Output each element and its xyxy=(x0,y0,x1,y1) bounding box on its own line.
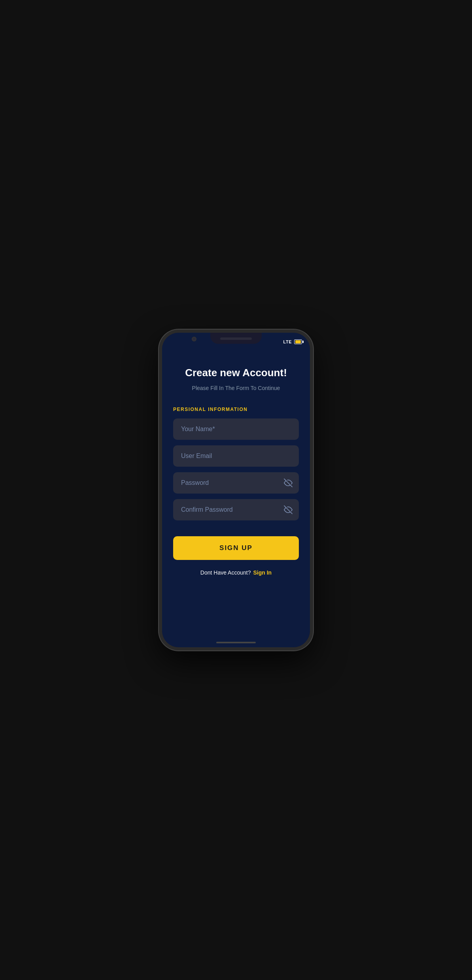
signup-button[interactable]: SIGN UP xyxy=(173,536,299,560)
email-input[interactable] xyxy=(173,445,299,467)
battery-fill xyxy=(295,340,301,343)
home-indicator xyxy=(216,642,256,643)
battery-icon xyxy=(294,339,302,344)
signin-link[interactable]: Sign In xyxy=(253,569,272,576)
lte-indicator: LTE xyxy=(283,339,292,344)
password-field-wrapper xyxy=(173,472,299,494)
confirm-password-input[interactable] xyxy=(173,499,299,520)
main-content: Create new Account! Please Fill In The F… xyxy=(162,347,310,647)
name-input[interactable] xyxy=(173,418,299,440)
already-account-text: Dont Have Account? xyxy=(200,569,251,576)
page-subtitle: Please Fill In The Form To Continue xyxy=(173,384,299,392)
name-field-wrapper xyxy=(173,418,299,440)
password-toggle-icon[interactable] xyxy=(284,479,293,487)
speaker xyxy=(220,337,252,340)
phone-frame: LTE Create new Account! Please Fill In T… xyxy=(159,330,313,650)
camera xyxy=(192,337,196,341)
email-field-wrapper xyxy=(173,445,299,467)
status-bar: LTE xyxy=(162,333,310,347)
confirm-password-toggle-icon[interactable] xyxy=(284,505,293,514)
page-title: Create new Account! xyxy=(173,367,299,379)
section-label: PERSIONAL INFORMATION xyxy=(173,407,299,412)
confirm-password-field-wrapper xyxy=(173,499,299,520)
form-group xyxy=(173,418,299,520)
password-input[interactable] xyxy=(173,472,299,494)
signin-row: Dont Have Account? Sign In xyxy=(173,569,299,576)
screen: LTE Create new Account! Please Fill In T… xyxy=(162,333,310,647)
